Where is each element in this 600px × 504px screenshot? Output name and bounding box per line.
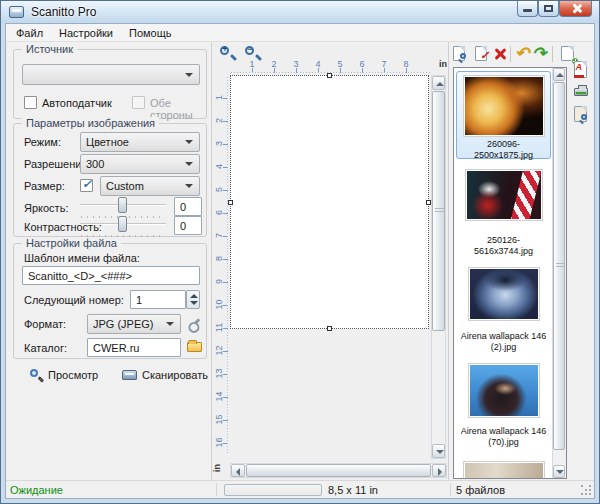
- menu-settings[interactable]: Настройки: [51, 25, 121, 41]
- preview-button[interactable]: Просмотр: [25, 365, 103, 385]
- brightness-slider[interactable]: [80, 197, 166, 215]
- scrollbar-thumb[interactable]: [553, 82, 565, 450]
- slider-thumb[interactable]: [118, 197, 127, 213]
- check-icon: ✓: [82, 177, 92, 191]
- status-separator: [450, 483, 451, 496]
- scroll-left-button[interactable]: [231, 464, 245, 477]
- thumbnail-item[interactable]: Airena wallapack 146 (2).jpg: [456, 264, 551, 350]
- group-file-settings-title: Настройки файла: [22, 237, 121, 249]
- next-number-input[interactable]: 1: [130, 290, 186, 309]
- slider-thumb[interactable]: [118, 216, 127, 232]
- v-ruler: in 12345678910111213141516: [212, 75, 229, 479]
- size-combobox[interactable]: Custom: [100, 176, 200, 196]
- delete-x-icon: [493, 47, 507, 61]
- group-image-params: Параметры изображения Режим: Цветное Раз…: [13, 123, 207, 237]
- thumbnail-item[interactable]: 260096-2500x1875.jpg: [456, 71, 551, 159]
- scroll-up-button[interactable]: [553, 68, 565, 81]
- pdf-icon: A: [576, 62, 583, 72]
- toolbar-separator: [552, 46, 553, 62]
- titlebar[interactable]: Scanitto Pro: [1, 1, 599, 23]
- scrollbar-thumb[interactable]: [432, 91, 445, 331]
- directory-input[interactable]: CWER.ru: [87, 338, 181, 357]
- autofeeder-label: Автоподатчик: [42, 97, 112, 109]
- maximize-button[interactable]: [538, 1, 559, 17]
- canvas-horizontal-scrollbar[interactable]: [230, 463, 447, 478]
- print-button[interactable]: [573, 84, 591, 102]
- size-combobox-value: Custom: [106, 180, 144, 192]
- scanner-icon: [122, 370, 137, 380]
- wrench-icon: [190, 318, 201, 329]
- spin-up-icon[interactable]: [190, 294, 198, 298]
- group-source: Источник Автоподатчик Обе стороны: [13, 49, 207, 119]
- format-combobox[interactable]: JPG (JPEG): [87, 314, 181, 334]
- group-source-title: Источник: [22, 43, 77, 55]
- magnifier-icon: [460, 53, 466, 59]
- edit-image-button[interactable]: ✓: [474, 45, 492, 63]
- view-image-button[interactable]: [452, 45, 470, 63]
- scrollbar-grip: [435, 208, 444, 213]
- redo-button[interactable]: ↷: [532, 45, 550, 63]
- chevron-down-icon: [185, 162, 193, 166]
- chevron-down-icon: [185, 73, 193, 77]
- redo-icon: ↷: [532, 43, 546, 64]
- scan-button[interactable]: Сканировать: [117, 365, 226, 385]
- window-title: Scanitto Pro: [31, 5, 96, 19]
- format-options-button[interactable]: [186, 314, 204, 332]
- scroll-down-button[interactable]: [432, 444, 445, 458]
- arrow-down-icon: [556, 470, 564, 474]
- selection-handle-top[interactable]: [327, 73, 332, 78]
- selection-handle-left[interactable]: [228, 200, 233, 205]
- export-pdf-button[interactable]: A: [573, 61, 591, 79]
- thumbnail-image: [469, 268, 539, 320]
- arrow-right-icon: [438, 468, 442, 476]
- maximize-icon: [544, 5, 553, 12]
- contrast-input[interactable]: 0: [174, 216, 202, 235]
- thumbnail-item[interactable]: 250126-5616x3744.jpg: [456, 168, 551, 254]
- source-combobox[interactable]: [22, 64, 200, 85]
- thumbnail-item[interactable]: [456, 458, 551, 478]
- autofeeder-checkbox[interactable]: [24, 96, 37, 109]
- minimize-button[interactable]: [517, 1, 538, 17]
- scroll-down-button[interactable]: [553, 465, 565, 478]
- thumbnail-filename: 250126-5616x3744.jpg: [456, 234, 551, 258]
- group-image-params-title: Параметры изображения: [22, 117, 159, 129]
- thumbnail-image: [466, 170, 542, 220]
- preview-image-button[interactable]: [573, 106, 591, 124]
- resolution-combobox-value: 300: [86, 158, 104, 170]
- brightness-input[interactable]: 0: [174, 197, 202, 216]
- mode-combobox[interactable]: Цветное: [80, 132, 200, 152]
- arrow-up-icon: [556, 73, 564, 77]
- close-icon: [571, 3, 582, 14]
- minimize-icon: [523, 9, 532, 12]
- next-number-spinner[interactable]: [186, 290, 200, 309]
- contrast-slider[interactable]: [80, 216, 166, 234]
- status-state: Ожидание: [10, 484, 63, 496]
- scroll-up-button[interactable]: [432, 76, 445, 90]
- thumbnail-item[interactable]: Airena wallapack 146 (70).jpg: [456, 360, 551, 456]
- size-checkbox[interactable]: ✓: [80, 179, 93, 192]
- mode-combobox-value: Цветное: [86, 136, 129, 148]
- thumbnail-filename: Airena wallapack 146 (2).jpg: [456, 330, 551, 354]
- close-button[interactable]: [559, 1, 592, 17]
- scrollbar-grip: [556, 263, 565, 268]
- delete-image-button[interactable]: [491, 45, 509, 63]
- undo-button[interactable]: ↶: [515, 45, 533, 63]
- resize-grip[interactable]: [581, 485, 592, 496]
- center-right-divider: [448, 42, 449, 482]
- spin-down-icon[interactable]: [190, 301, 198, 305]
- selection-handle-bottom[interactable]: [327, 326, 332, 331]
- scan-page-selection[interactable]: [230, 75, 429, 329]
- scrollbar-thumb[interactable]: [246, 464, 431, 477]
- menu-file[interactable]: Файл: [8, 25, 51, 41]
- scroll-right-button[interactable]: [432, 464, 446, 477]
- resolution-combobox[interactable]: 300: [80, 154, 200, 174]
- browse-folder-button[interactable]: [186, 338, 204, 356]
- format-label: Формат:: [24, 318, 66, 330]
- both-sides-checkbox[interactable]: [132, 96, 145, 109]
- chevron-down-icon: [185, 184, 193, 188]
- canvas-vertical-scrollbar[interactable]: [431, 75, 446, 459]
- menu-help[interactable]: Помощь: [121, 25, 180, 41]
- filename-template-input[interactable]: Scanitto_<D>_<###>: [22, 266, 200, 285]
- thumbnail-scrollbar[interactable]: [552, 68, 566, 478]
- app-icon: [9, 6, 24, 18]
